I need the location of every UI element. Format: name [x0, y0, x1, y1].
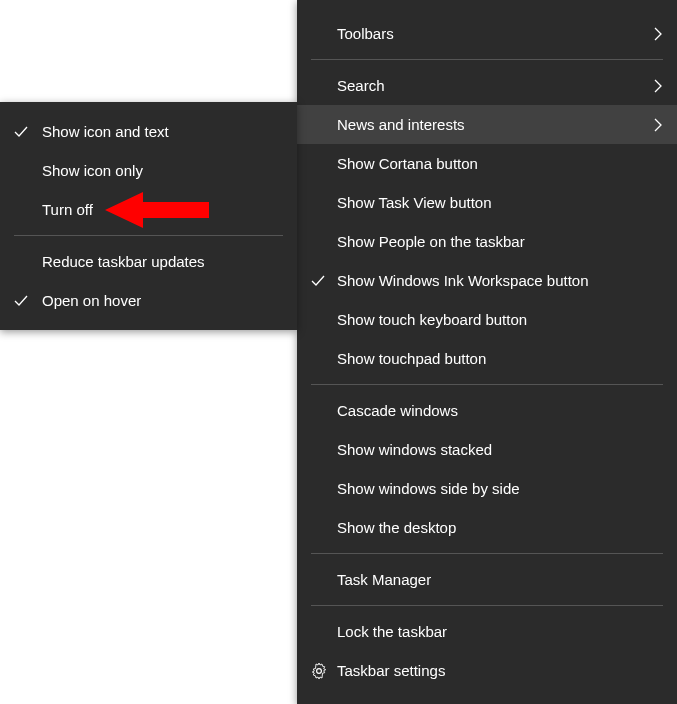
menu-separator	[14, 235, 283, 236]
menu-label: Open on hover	[42, 292, 283, 309]
menu-label: Search	[337, 77, 643, 94]
chevron-right-icon	[643, 118, 663, 132]
menu-label: Show People on the taskbar	[337, 233, 663, 250]
menu-item-show-task-view-button[interactable]: Show Task View button	[297, 183, 677, 222]
menu-label: Show windows stacked	[337, 441, 663, 458]
menu-item-show-the-desktop[interactable]: Show the desktop	[297, 508, 677, 547]
menu-label: Show Windows Ink Workspace button	[337, 272, 663, 289]
menu-label: Show touch keyboard button	[337, 311, 663, 328]
menu-item-cascade-windows[interactable]: Cascade windows	[297, 391, 677, 430]
menu-separator	[311, 605, 663, 606]
menu-item-show-people[interactable]: Show People on the taskbar	[297, 222, 677, 261]
check-icon	[14, 125, 42, 139]
menu-item-search[interactable]: Search	[297, 66, 677, 105]
menu-label: Show Cortana button	[337, 155, 663, 172]
menu-item-show-touchpad[interactable]: Show touchpad button	[297, 339, 677, 378]
menu-label: Show touchpad button	[337, 350, 663, 367]
news-and-interests-submenu: Show icon and text Show icon only Turn o…	[0, 102, 297, 330]
menu-item-taskbar-settings[interactable]: Taskbar settings	[297, 651, 677, 690]
menu-label: Show icon and text	[42, 123, 283, 140]
menu-label: News and interests	[337, 116, 643, 133]
menu-item-show-touch-keyboard[interactable]: Show touch keyboard button	[297, 300, 677, 339]
submenu-item-show-icon-only[interactable]: Show icon only	[0, 151, 297, 190]
menu-label: Show icon only	[42, 162, 283, 179]
menu-label: Show windows side by side	[337, 480, 663, 497]
menu-separator	[311, 59, 663, 60]
gear-icon	[311, 663, 337, 679]
menu-item-show-windows-stacked[interactable]: Show windows stacked	[297, 430, 677, 469]
check-icon	[311, 274, 337, 288]
menu-label: Task Manager	[337, 571, 663, 588]
menu-label: Turn off	[42, 201, 283, 218]
menu-label: Toolbars	[337, 25, 643, 42]
submenu-item-show-icon-and-text[interactable]: Show icon and text	[0, 112, 297, 151]
menu-separator	[311, 384, 663, 385]
menu-item-show-windows-ink[interactable]: Show Windows Ink Workspace button	[297, 261, 677, 300]
submenu-item-open-on-hover[interactable]: Open on hover	[0, 281, 297, 320]
menu-label: Show Task View button	[337, 194, 663, 211]
menu-label: Cascade windows	[337, 402, 663, 419]
menu-item-show-cortana-button[interactable]: Show Cortana button	[297, 144, 677, 183]
check-icon	[14, 294, 42, 308]
menu-separator	[311, 553, 663, 554]
menu-item-toolbars[interactable]: Toolbars	[297, 14, 677, 53]
taskbar-context-menu: Toolbars Search News and interests Show …	[297, 0, 677, 704]
menu-label: Show the desktop	[337, 519, 663, 536]
menu-item-show-windows-side-by-side[interactable]: Show windows side by side	[297, 469, 677, 508]
submenu-item-reduce-taskbar-updates[interactable]: Reduce taskbar updates	[0, 242, 297, 281]
chevron-right-icon	[643, 79, 663, 93]
menu-label: Taskbar settings	[337, 662, 663, 679]
chevron-right-icon	[643, 27, 663, 41]
menu-item-lock-the-taskbar[interactable]: Lock the taskbar	[297, 612, 677, 651]
menu-item-task-manager[interactable]: Task Manager	[297, 560, 677, 599]
menu-label: Lock the taskbar	[337, 623, 663, 640]
submenu-item-turn-off[interactable]: Turn off	[0, 190, 297, 229]
menu-item-news-and-interests[interactable]: News and interests	[297, 105, 677, 144]
menu-label: Reduce taskbar updates	[42, 253, 283, 270]
